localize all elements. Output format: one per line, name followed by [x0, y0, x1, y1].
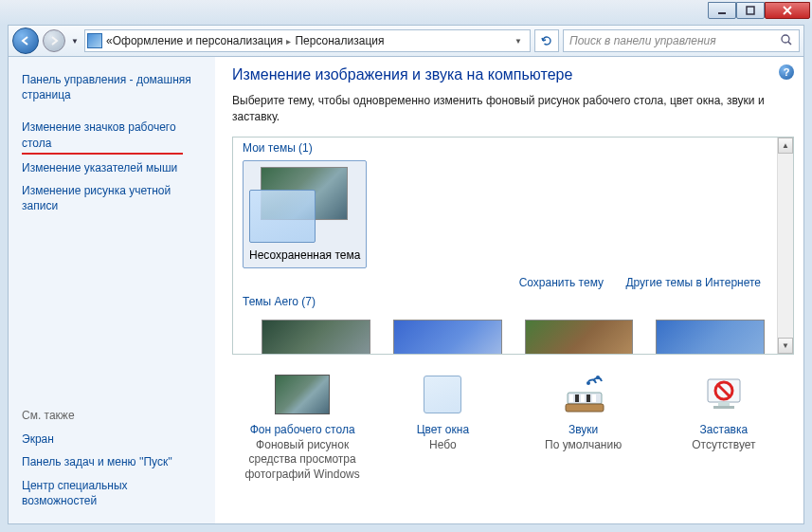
svg-rect-1	[747, 7, 754, 14]
svg-rect-0	[718, 12, 726, 14]
aero-theme-2[interactable]	[393, 320, 502, 355]
sidebar-mouse-pointers-link[interactable]: Изменение указателей мыши	[22, 156, 202, 179]
address-bar[interactable]: « Оформление и персонализация ▸ Персонал…	[84, 29, 531, 52]
desktop-background-option[interactable]: Фон рабочего стола Фоновый рисунок средс…	[236, 372, 369, 483]
arrow-left-icon	[19, 34, 32, 47]
search-placeholder: Поиск в панели управления	[569, 34, 716, 47]
arrow-right-icon	[48, 35, 60, 46]
maximize-icon	[746, 6, 755, 15]
window-color-option[interactable]: Цвет окна Небо	[376, 372, 509, 483]
theme-window-preview	[249, 190, 316, 243]
svg-rect-8	[581, 394, 585, 402]
aero-theme-1[interactable]	[262, 320, 370, 355]
theme-label: Несохраненная тема	[249, 248, 360, 262]
window-color-icon	[424, 376, 461, 413]
forward-button[interactable]	[43, 29, 65, 52]
close-button[interactable]	[765, 2, 810, 19]
theme-unsaved[interactable]: Несохраненная тема	[243, 160, 367, 268]
desktop-background-title: Фон рабочего стола	[236, 423, 369, 436]
search-icon[interactable]	[780, 33, 793, 49]
chevron-right-icon: ▸	[286, 36, 291, 46]
svg-rect-13	[718, 402, 730, 406]
themes-container: ▲ ▼ Мои темы (1) Несохраненная тема Сохр…	[232, 137, 794, 355]
sidebar-ease-of-access-link[interactable]: Центр специальных возможностей	[22, 474, 202, 512]
sounds-value: По умолчанию	[517, 438, 650, 453]
aero-theme-3[interactable]	[525, 320, 634, 355]
refresh-icon	[540, 34, 553, 47]
breadcrumb-current[interactable]: Персонализация	[295, 34, 384, 47]
nav-history-dropdown[interactable]: ▼	[69, 37, 81, 46]
desktop-background-icon	[275, 375, 330, 414]
sidebar: Панель управления - домашняя страница Из…	[9, 57, 215, 523]
aero-themes-header: Темы Aero (7)	[243, 295, 784, 308]
sounds-icon	[556, 372, 611, 417]
svg-point-2	[782, 35, 789, 43]
sounds-title: Звуки	[517, 423, 650, 436]
svg-rect-7	[575, 394, 579, 402]
window-titlebar	[0, 0, 812, 25]
minimize-icon	[717, 6, 727, 15]
personalization-options-row: Фон рабочего стола Фоновый рисунок средс…	[232, 372, 794, 483]
scrollbar[interactable]: ▲ ▼	[777, 138, 793, 354]
sounds-option[interactable]: Звуки По умолчанию	[517, 372, 650, 483]
screensaver-title: Заставка	[658, 423, 790, 436]
navigation-bar: ▼ « Оформление и персонализация ▸ Персон…	[8, 25, 804, 57]
window-color-value: Небо	[376, 438, 509, 453]
window-color-title: Цвет окна	[376, 423, 509, 436]
control-panel-icon	[87, 33, 102, 48]
close-icon	[782, 6, 793, 15]
maximize-button[interactable]	[736, 2, 765, 19]
content-pane: ? Изменение изображения и звука на компь…	[215, 57, 803, 523]
breadcrumb-category[interactable]: Оформление и персонализация	[113, 34, 283, 47]
sidebar-home-link[interactable]: Панель управления - домашняя страница	[22, 68, 202, 106]
refresh-button[interactable]	[534, 29, 559, 52]
back-button[interactable]	[12, 28, 39, 54]
svg-rect-14	[713, 406, 734, 409]
save-theme-link[interactable]: Сохранить тему	[519, 276, 604, 289]
more-themes-link[interactable]: Другие темы в Интернете	[625, 276, 761, 289]
page-title: Изменение изображения и звука на компьют…	[232, 66, 794, 83]
breadcrumb-prefix: «	[106, 34, 113, 47]
screensaver-value: Отсутствует	[658, 438, 790, 453]
minimize-button[interactable]	[708, 2, 736, 19]
svg-point-3	[586, 381, 590, 385]
address-dropdown-icon[interactable]: ▼	[509, 37, 528, 46]
help-button[interactable]: ?	[779, 64, 794, 80]
theme-thumbnail	[249, 167, 353, 243]
aero-theme-4[interactable]	[656, 320, 765, 355]
screensaver-icon	[696, 372, 751, 417]
see-also-heading: См. также	[22, 409, 202, 422]
aero-themes-row	[243, 314, 765, 355]
scroll-down-button[interactable]: ▼	[778, 338, 793, 354]
my-themes-header: Мои темы (1)	[243, 141, 784, 155]
sidebar-screen-link[interactable]: Экран	[22, 428, 202, 450]
main-region: Панель управления - домашняя страница Из…	[8, 57, 804, 524]
svg-rect-11	[566, 404, 604, 412]
svg-rect-10	[592, 394, 596, 402]
search-input[interactable]: Поиск в панели управления	[563, 29, 800, 52]
screensaver-option[interactable]: Заставка Отсутствует	[658, 372, 790, 483]
sidebar-account-picture-link[interactable]: Изменение рисунка учетной записи	[22, 179, 202, 217]
svg-point-4	[596, 376, 600, 379]
scroll-up-button[interactable]: ▲	[778, 138, 793, 154]
sidebar-desktop-icons-link[interactable]: Изменение значков рабочего стола	[22, 116, 202, 154]
page-description: Выберите тему, чтобы одновременно измени…	[232, 93, 782, 125]
sidebar-taskbar-link[interactable]: Панель задач и меню ''Пуск''	[22, 450, 202, 473]
svg-rect-6	[569, 394, 573, 402]
desktop-background-value: Фоновый рисунок средства просмотра фотог…	[236, 438, 369, 483]
svg-rect-9	[586, 394, 590, 402]
